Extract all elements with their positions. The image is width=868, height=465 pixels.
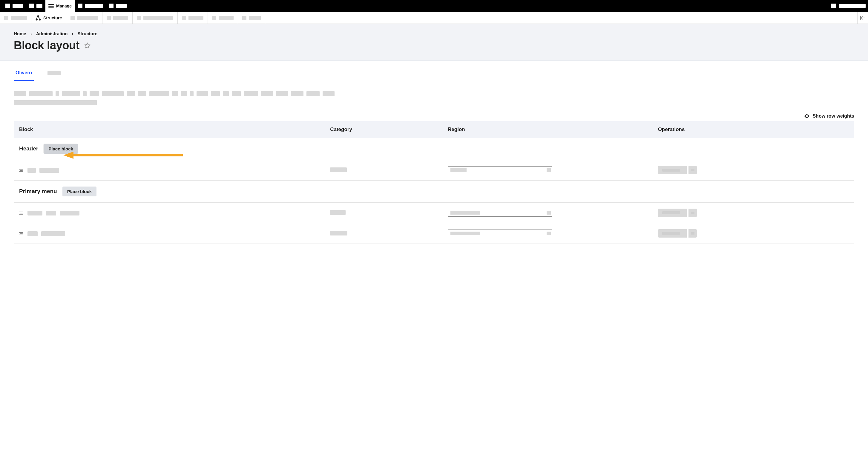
toolbar-item[interactable] [75,0,106,12]
place-block-button-primary-menu[interactable]: Place block [62,187,97,196]
toolbar-label-ph [85,4,103,8]
select-value-ph [451,211,480,214]
sec-item[interactable] [238,12,265,24]
region-primary-menu-row: Primary menu Place block [14,180,854,203]
breadcrumb-home[interactable]: Home [14,31,26,36]
sec-structure-label: Structure [43,15,62,20]
region-select[interactable] [448,230,552,237]
sec-item[interactable] [66,12,102,24]
show-row-weights[interactable]: Show row weights [14,113,854,119]
table-row [14,160,854,180]
tab-olivero[interactable]: Olivero [14,66,34,81]
page-title: Block layout [14,39,80,52]
sec-label-ph [188,16,204,20]
eye-icon [804,114,809,118]
drag-handle-icon[interactable] [19,211,23,214]
toolbar-icon-ph [78,4,83,8]
region-primary-menu-label: Primary menu [19,188,57,195]
chevron-down-icon [547,232,551,235]
hamburger-icon [49,4,54,8]
show-row-weights-label: Show row weights [812,113,854,119]
sitemap-icon [35,15,41,21]
sec-icon-ph [70,16,75,20]
operations-main-button[interactable] [658,166,687,174]
cell-ph [46,211,56,215]
sec-item-structure[interactable]: Structure [31,12,66,24]
sec-label-ph [219,16,234,20]
toolbar-item[interactable] [26,0,45,12]
toolbar-secondary: Structure [0,12,868,24]
select-value-ph [451,168,467,172]
region-select[interactable] [448,166,552,174]
toolbar-label-ph [36,4,42,8]
cell-ph [41,231,65,236]
operations-main-button[interactable] [658,209,687,217]
content-area: Olivero [0,66,868,268]
sec-collapse-button[interactable] [857,12,868,24]
chevron-down-icon [547,168,551,172]
breadcrumb: Home › Administration › Structure [14,31,854,36]
svg-point-4 [806,115,807,117]
sec-item[interactable] [208,12,238,24]
sec-item[interactable] [0,12,31,24]
col-operations: Operations [653,121,854,138]
svg-rect-2 [39,19,41,20]
cell-ph [39,168,59,173]
star-outline-icon[interactable] [84,42,91,49]
sec-icon-ph [182,16,186,20]
sec-item[interactable] [102,12,133,24]
sec-icon-ph [4,16,8,20]
toolbar-icon-ph [29,4,34,8]
sec-label-ph [11,16,27,20]
sec-label-ph [77,16,98,20]
operations-dropdown[interactable] [658,166,849,174]
col-block: Block [14,121,325,138]
toolbar-icon-ph [5,4,10,8]
table-row [14,223,854,244]
region-select[interactable] [448,209,552,217]
operations-caret-button[interactable] [688,229,697,238]
operations-main-button[interactable] [658,229,687,238]
breadcrumb-admin[interactable]: Administration [36,31,68,36]
collapse-left-icon [860,16,866,20]
toolbar-item-manage[interactable]: Manage [45,0,75,12]
operations-dropdown[interactable] [658,229,849,238]
toolbar-item[interactable] [2,0,26,12]
sec-label-ph [113,16,128,20]
cell-ph [330,231,347,235]
svg-rect-3 [860,16,861,20]
region-header-label: Header [19,145,38,152]
chevron-down-icon [547,211,551,214]
sec-icon-ph [106,16,111,20]
svg-rect-1 [36,19,38,20]
toolbar-right-label-ph [839,4,866,8]
local-tabs: Olivero [14,66,854,81]
blocks-table: Block Category Region Operations Header … [14,121,854,244]
sec-label-ph [143,16,173,20]
operations-caret-button[interactable] [688,209,697,217]
sec-icon-ph [242,16,246,20]
table-row [14,203,854,223]
tab-ph[interactable] [46,66,62,81]
description-block [14,91,854,105]
col-category: Category [325,121,442,138]
operations-dropdown[interactable] [658,209,849,217]
chevron-right-icon: › [30,31,32,36]
cell-ph [28,168,36,173]
toolbar-icon-ph [109,4,114,8]
col-region: Region [442,121,653,138]
operations-caret-button[interactable] [688,166,697,174]
toolbar-top: Manage [0,0,868,12]
sec-item[interactable] [133,12,178,24]
chevron-right-icon: › [72,31,73,36]
place-block-button-header[interactable]: Place block [43,144,78,154]
select-value-ph [451,232,480,235]
drag-handle-icon[interactable] [19,169,23,172]
sec-item[interactable] [178,12,208,24]
toolbar-item[interactable] [106,0,130,12]
sec-label-ph [249,16,261,20]
toolbar-manage-label: Manage [56,4,72,8]
drag-handle-icon[interactable] [19,232,23,235]
breadcrumb-structure[interactable]: Structure [78,31,98,36]
toolbar-label-ph [116,4,127,8]
